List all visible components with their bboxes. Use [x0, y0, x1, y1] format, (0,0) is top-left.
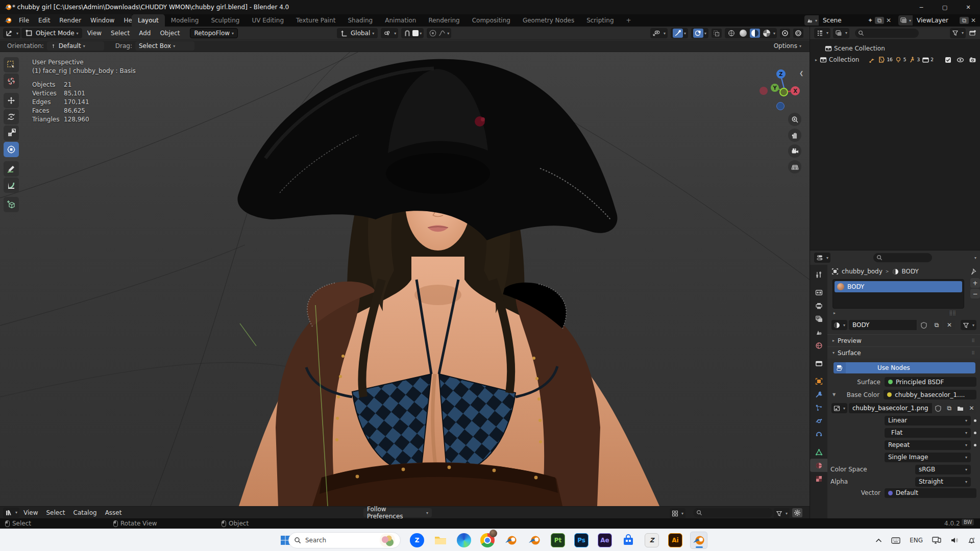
properties-editor-type-dropdown[interactable]	[814, 253, 830, 263]
tab-constraints[interactable]	[810, 428, 827, 441]
asset-menu-asset[interactable]: Asset	[101, 509, 126, 516]
tool-cursor[interactable]	[4, 73, 19, 89]
tray-chevron-up-icon[interactable]	[875, 538, 882, 543]
falloff-chevron[interactable]: ▾	[447, 31, 449, 36]
falloff-curve-icon[interactable]	[438, 29, 446, 37]
shading-chevron[interactable]: ▾	[773, 31, 775, 36]
tab-object[interactable]	[810, 374, 827, 388]
tab-world[interactable]	[810, 339, 827, 352]
snap-target-dropdown[interactable]	[381, 28, 398, 38]
tool-move[interactable]	[4, 93, 19, 108]
expand-arrow-icon[interactable]: ▸	[815, 58, 817, 62]
app-microsoft-store[interactable]	[620, 532, 637, 549]
preview-panel-header[interactable]: ▸Preview⠿	[827, 334, 980, 346]
fake-user-shield-button[interactable]	[918, 320, 929, 330]
menu-file[interactable]: File	[14, 14, 34, 27]
hide-eye-icon[interactable]	[957, 56, 964, 64]
asset-editor-type-dropdown[interactable]	[3, 508, 19, 518]
open-image-folder-button[interactable]	[955, 403, 965, 413]
show-overlays-toggle[interactable]	[693, 29, 703, 38]
app-file-explorer[interactable]	[432, 532, 449, 549]
scene-name[interactable]: Scene	[819, 17, 866, 24]
app-blender-2[interactable]	[526, 532, 543, 549]
breadcrumb-material[interactable]: BODY	[902, 268, 919, 275]
base-color-field[interactable]: chubby_basecolor_1....	[884, 390, 976, 399]
app-edge[interactable]	[455, 532, 473, 549]
orientation-select[interactable]: Default	[47, 41, 104, 51]
image-copy-button[interactable]: ⧉	[944, 403, 954, 413]
magnet-icon[interactable]	[403, 29, 411, 37]
interpolation-select[interactable]: Linear	[885, 416, 971, 425]
asset-search-input[interactable]	[693, 508, 773, 517]
browse-material-dropdown[interactable]	[831, 320, 847, 330]
tab-output[interactable]	[810, 299, 827, 312]
visibility-dropdown[interactable]	[650, 28, 668, 38]
tab-texture[interactable]	[810, 472, 827, 485]
outliner-row-collection[interactable]: ▸ Collection 16 5 3 2	[815, 54, 976, 65]
pin-icon[interactable]	[970, 268, 976, 275]
menu-window[interactable]: Window	[86, 14, 119, 27]
copy-view-layer-icon[interactable]: ⧉	[960, 17, 969, 24]
surface-shader-field[interactable]: Principled BSDF	[885, 377, 976, 387]
unlink-material-button[interactable]: ✕	[944, 320, 955, 330]
drag-select[interactable]: Select Box	[135, 41, 194, 51]
render-pass-button-1[interactable]	[780, 29, 790, 38]
tab-animation[interactable]: Animation	[379, 14, 422, 27]
shading-material-preview-button[interactable]	[750, 29, 760, 38]
xray-toggle[interactable]	[712, 29, 722, 38]
shading-rendered-button[interactable]	[762, 29, 772, 38]
use-nodes-button[interactable]: Use Nodes	[834, 362, 975, 373]
shading-solid-button[interactable]	[738, 29, 748, 38]
tray-volume-icon[interactable]	[950, 537, 959, 544]
gizmo-z-axis[interactable]: Z	[776, 69, 786, 79]
mode-dropdown[interactable]: Object Mode	[21, 28, 82, 38]
pivot-icon[interactable]	[412, 30, 419, 36]
app-after-effects[interactable]: Ae	[596, 532, 614, 549]
image-fake-user-button[interactable]	[934, 403, 943, 413]
tab-physics[interactable]	[810, 414, 827, 428]
view-layer-selector[interactable]: ViewLayer ⧉ ✕	[898, 15, 978, 26]
scene-icon[interactable]	[804, 15, 819, 26]
tab-render[interactable]	[810, 286, 827, 299]
viewport-menu-object[interactable]: Object	[156, 30, 184, 37]
tab-rendering[interactable]: Rendering	[422, 14, 465, 27]
color-space-select[interactable]: sRGB	[915, 465, 971, 474]
viewport-canvas[interactable]: User Perspective (1) face_rig | chubby_b…	[0, 52, 810, 506]
taskbar-search[interactable]: Search	[288, 532, 401, 548]
tool-transform[interactable]	[4, 142, 19, 157]
navigation-gizmo[interactable]: Z Y X	[758, 61, 810, 112]
material-slot-active[interactable]: BODY	[835, 281, 962, 292]
pin-icon[interactable]: ✦	[866, 17, 875, 24]
tab-view-layer[interactable]	[810, 312, 827, 325]
tab-uv-editing[interactable]: UV Editing	[246, 14, 290, 27]
extension-select[interactable]: Repeat	[885, 440, 971, 450]
tab-shading[interactable]: Shading	[341, 14, 379, 27]
blender-menu-icon[interactable]	[4, 16, 12, 24]
app-chrome[interactable]	[479, 532, 496, 549]
pan-hand-button[interactable]	[788, 129, 801, 142]
gizmo-y-axis[interactable]: Y	[771, 84, 779, 92]
close-button[interactable]: ✕	[957, 0, 980, 14]
maximize-button[interactable]: ▢	[933, 0, 957, 14]
tool-scale[interactable]	[4, 126, 19, 141]
asset-settings-gear-button[interactable]	[792, 508, 802, 517]
surface-panel-header[interactable]: ▾Surface⠿	[827, 346, 980, 359]
tab-geometry-nodes[interactable]: Geometry Nodes	[517, 14, 580, 27]
outliner-search-input[interactable]	[855, 29, 919, 38]
sidebar-collapse-arrow[interactable]: ❮	[799, 70, 803, 76]
tab-tool[interactable]	[810, 268, 827, 281]
add-material-slot-button[interactable]: +	[970, 278, 980, 288]
tab-scripting[interactable]: Scripting	[580, 14, 620, 27]
material-slot-list[interactable]: BODY	[832, 279, 964, 309]
addon-status-badge[interactable]: BW	[962, 519, 974, 525]
gizmo-x-negative[interactable]	[760, 87, 768, 95]
show-gizmos-toggle[interactable]	[673, 29, 683, 38]
search-highlight-image[interactable]	[380, 534, 395, 547]
collection-label[interactable]: Collection	[829, 56, 859, 63]
asset-filter-dropdown[interactable]	[774, 508, 790, 518]
app-blender-active[interactable]	[690, 532, 707, 549]
transform-orientation-dropdown[interactable]: Global	[337, 28, 378, 38]
tray-keyboard-icon[interactable]	[891, 537, 900, 544]
viewport-menu-select[interactable]: Select	[107, 30, 134, 37]
tab-material[interactable]	[810, 459, 827, 472]
